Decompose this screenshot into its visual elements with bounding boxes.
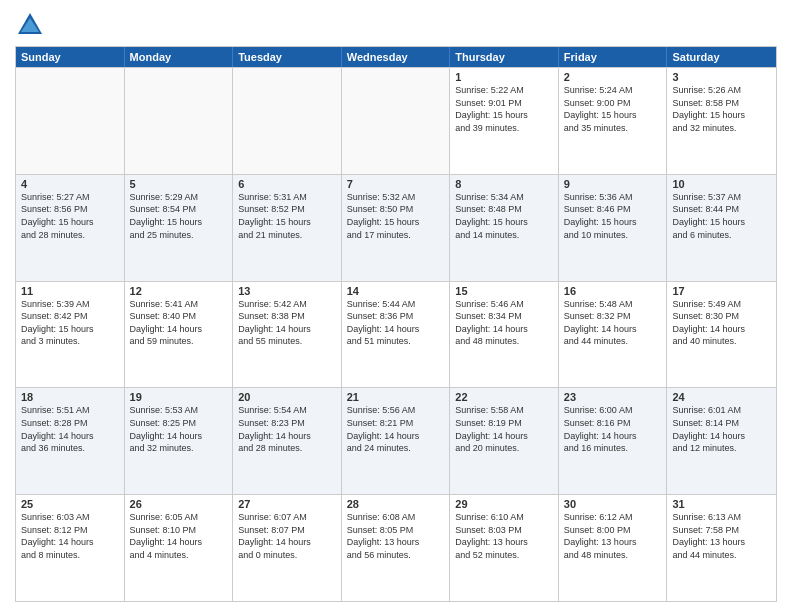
day-info: Sunrise: 5:51 AM Sunset: 8:28 PM Dayligh… bbox=[21, 404, 119, 454]
day-number: 11 bbox=[21, 285, 119, 297]
day-cell-13: 13Sunrise: 5:42 AM Sunset: 8:38 PM Dayli… bbox=[233, 282, 342, 388]
day-info: Sunrise: 5:39 AM Sunset: 8:42 PM Dayligh… bbox=[21, 298, 119, 348]
day-number: 4 bbox=[21, 178, 119, 190]
calendar-row-4: 25Sunrise: 6:03 AM Sunset: 8:12 PM Dayli… bbox=[16, 494, 776, 601]
day-number: 23 bbox=[564, 391, 662, 403]
day-number: 2 bbox=[564, 71, 662, 83]
day-cell-26: 26Sunrise: 6:05 AM Sunset: 8:10 PM Dayli… bbox=[125, 495, 234, 601]
day-cell-11: 11Sunrise: 5:39 AM Sunset: 8:42 PM Dayli… bbox=[16, 282, 125, 388]
day-number: 26 bbox=[130, 498, 228, 510]
calendar-header: SundayMondayTuesdayWednesdayThursdayFrid… bbox=[16, 47, 776, 67]
day-info: Sunrise: 5:44 AM Sunset: 8:36 PM Dayligh… bbox=[347, 298, 445, 348]
day-number: 29 bbox=[455, 498, 553, 510]
day-number: 5 bbox=[130, 178, 228, 190]
day-number: 3 bbox=[672, 71, 771, 83]
day-cell-16: 16Sunrise: 5:48 AM Sunset: 8:32 PM Dayli… bbox=[559, 282, 668, 388]
day-cell-2: 2Sunrise: 5:24 AM Sunset: 9:00 PM Daylig… bbox=[559, 68, 668, 174]
day-info: Sunrise: 5:41 AM Sunset: 8:40 PM Dayligh… bbox=[130, 298, 228, 348]
day-info: Sunrise: 6:07 AM Sunset: 8:07 PM Dayligh… bbox=[238, 511, 336, 561]
day-cell-6: 6Sunrise: 5:31 AM Sunset: 8:52 PM Daylig… bbox=[233, 175, 342, 281]
day-cell-23: 23Sunrise: 6:00 AM Sunset: 8:16 PM Dayli… bbox=[559, 388, 668, 494]
header bbox=[15, 10, 777, 40]
day-cell-1: 1Sunrise: 5:22 AM Sunset: 9:01 PM Daylig… bbox=[450, 68, 559, 174]
empty-cell bbox=[16, 68, 125, 174]
day-number: 30 bbox=[564, 498, 662, 510]
day-number: 27 bbox=[238, 498, 336, 510]
weekday-header-friday: Friday bbox=[559, 47, 668, 67]
empty-cell bbox=[125, 68, 234, 174]
day-info: Sunrise: 6:10 AM Sunset: 8:03 PM Dayligh… bbox=[455, 511, 553, 561]
day-cell-9: 9Sunrise: 5:36 AM Sunset: 8:46 PM Daylig… bbox=[559, 175, 668, 281]
day-info: Sunrise: 6:01 AM Sunset: 8:14 PM Dayligh… bbox=[672, 404, 771, 454]
day-cell-19: 19Sunrise: 5:53 AM Sunset: 8:25 PM Dayli… bbox=[125, 388, 234, 494]
page: SundayMondayTuesdayWednesdayThursdayFrid… bbox=[0, 0, 792, 612]
day-number: 28 bbox=[347, 498, 445, 510]
day-info: Sunrise: 5:34 AM Sunset: 8:48 PM Dayligh… bbox=[455, 191, 553, 241]
day-cell-27: 27Sunrise: 6:07 AM Sunset: 8:07 PM Dayli… bbox=[233, 495, 342, 601]
weekday-header-wednesday: Wednesday bbox=[342, 47, 451, 67]
day-cell-20: 20Sunrise: 5:54 AM Sunset: 8:23 PM Dayli… bbox=[233, 388, 342, 494]
day-cell-12: 12Sunrise: 5:41 AM Sunset: 8:40 PM Dayli… bbox=[125, 282, 234, 388]
calendar-row-0: 1Sunrise: 5:22 AM Sunset: 9:01 PM Daylig… bbox=[16, 67, 776, 174]
day-number: 20 bbox=[238, 391, 336, 403]
day-cell-29: 29Sunrise: 6:10 AM Sunset: 8:03 PM Dayli… bbox=[450, 495, 559, 601]
day-info: Sunrise: 5:53 AM Sunset: 8:25 PM Dayligh… bbox=[130, 404, 228, 454]
day-cell-31: 31Sunrise: 6:13 AM Sunset: 7:58 PM Dayli… bbox=[667, 495, 776, 601]
day-info: Sunrise: 5:26 AM Sunset: 8:58 PM Dayligh… bbox=[672, 84, 771, 134]
day-number: 9 bbox=[564, 178, 662, 190]
day-info: Sunrise: 5:56 AM Sunset: 8:21 PM Dayligh… bbox=[347, 404, 445, 454]
day-cell-10: 10Sunrise: 5:37 AM Sunset: 8:44 PM Dayli… bbox=[667, 175, 776, 281]
day-info: Sunrise: 5:32 AM Sunset: 8:50 PM Dayligh… bbox=[347, 191, 445, 241]
day-number: 13 bbox=[238, 285, 336, 297]
day-info: Sunrise: 6:13 AM Sunset: 7:58 PM Dayligh… bbox=[672, 511, 771, 561]
day-number: 7 bbox=[347, 178, 445, 190]
day-cell-17: 17Sunrise: 5:49 AM Sunset: 8:30 PM Dayli… bbox=[667, 282, 776, 388]
day-number: 17 bbox=[672, 285, 771, 297]
day-cell-3: 3Sunrise: 5:26 AM Sunset: 8:58 PM Daylig… bbox=[667, 68, 776, 174]
day-cell-14: 14Sunrise: 5:44 AM Sunset: 8:36 PM Dayli… bbox=[342, 282, 451, 388]
day-number: 6 bbox=[238, 178, 336, 190]
day-cell-24: 24Sunrise: 6:01 AM Sunset: 8:14 PM Dayli… bbox=[667, 388, 776, 494]
day-cell-5: 5Sunrise: 5:29 AM Sunset: 8:54 PM Daylig… bbox=[125, 175, 234, 281]
day-info: Sunrise: 5:27 AM Sunset: 8:56 PM Dayligh… bbox=[21, 191, 119, 241]
calendar-row-2: 11Sunrise: 5:39 AM Sunset: 8:42 PM Dayli… bbox=[16, 281, 776, 388]
day-cell-25: 25Sunrise: 6:03 AM Sunset: 8:12 PM Dayli… bbox=[16, 495, 125, 601]
day-info: Sunrise: 5:22 AM Sunset: 9:01 PM Dayligh… bbox=[455, 84, 553, 134]
day-info: Sunrise: 5:58 AM Sunset: 8:19 PM Dayligh… bbox=[455, 404, 553, 454]
calendar-row-3: 18Sunrise: 5:51 AM Sunset: 8:28 PM Dayli… bbox=[16, 387, 776, 494]
day-number: 12 bbox=[130, 285, 228, 297]
day-number: 8 bbox=[455, 178, 553, 190]
day-number: 16 bbox=[564, 285, 662, 297]
day-info: Sunrise: 5:31 AM Sunset: 8:52 PM Dayligh… bbox=[238, 191, 336, 241]
day-number: 22 bbox=[455, 391, 553, 403]
day-info: Sunrise: 6:12 AM Sunset: 8:00 PM Dayligh… bbox=[564, 511, 662, 561]
day-number: 10 bbox=[672, 178, 771, 190]
day-info: Sunrise: 6:03 AM Sunset: 8:12 PM Dayligh… bbox=[21, 511, 119, 561]
weekday-header-tuesday: Tuesday bbox=[233, 47, 342, 67]
day-number: 15 bbox=[455, 285, 553, 297]
day-cell-18: 18Sunrise: 5:51 AM Sunset: 8:28 PM Dayli… bbox=[16, 388, 125, 494]
empty-cell bbox=[233, 68, 342, 174]
day-info: Sunrise: 6:00 AM Sunset: 8:16 PM Dayligh… bbox=[564, 404, 662, 454]
day-cell-28: 28Sunrise: 6:08 AM Sunset: 8:05 PM Dayli… bbox=[342, 495, 451, 601]
day-cell-22: 22Sunrise: 5:58 AM Sunset: 8:19 PM Dayli… bbox=[450, 388, 559, 494]
day-cell-7: 7Sunrise: 5:32 AM Sunset: 8:50 PM Daylig… bbox=[342, 175, 451, 281]
day-info: Sunrise: 5:49 AM Sunset: 8:30 PM Dayligh… bbox=[672, 298, 771, 348]
day-info: Sunrise: 5:29 AM Sunset: 8:54 PM Dayligh… bbox=[130, 191, 228, 241]
logo-icon bbox=[15, 10, 45, 40]
day-number: 24 bbox=[672, 391, 771, 403]
day-info: Sunrise: 5:54 AM Sunset: 8:23 PM Dayligh… bbox=[238, 404, 336, 454]
calendar-row-1: 4Sunrise: 5:27 AM Sunset: 8:56 PM Daylig… bbox=[16, 174, 776, 281]
day-info: Sunrise: 5:37 AM Sunset: 8:44 PM Dayligh… bbox=[672, 191, 771, 241]
day-cell-15: 15Sunrise: 5:46 AM Sunset: 8:34 PM Dayli… bbox=[450, 282, 559, 388]
day-info: Sunrise: 5:42 AM Sunset: 8:38 PM Dayligh… bbox=[238, 298, 336, 348]
day-cell-8: 8Sunrise: 5:34 AM Sunset: 8:48 PM Daylig… bbox=[450, 175, 559, 281]
day-number: 21 bbox=[347, 391, 445, 403]
day-number: 19 bbox=[130, 391, 228, 403]
day-cell-30: 30Sunrise: 6:12 AM Sunset: 8:00 PM Dayli… bbox=[559, 495, 668, 601]
calendar: SundayMondayTuesdayWednesdayThursdayFrid… bbox=[15, 46, 777, 602]
weekday-header-thursday: Thursday bbox=[450, 47, 559, 67]
weekday-header-saturday: Saturday bbox=[667, 47, 776, 67]
weekday-header-monday: Monday bbox=[125, 47, 234, 67]
day-number: 31 bbox=[672, 498, 771, 510]
